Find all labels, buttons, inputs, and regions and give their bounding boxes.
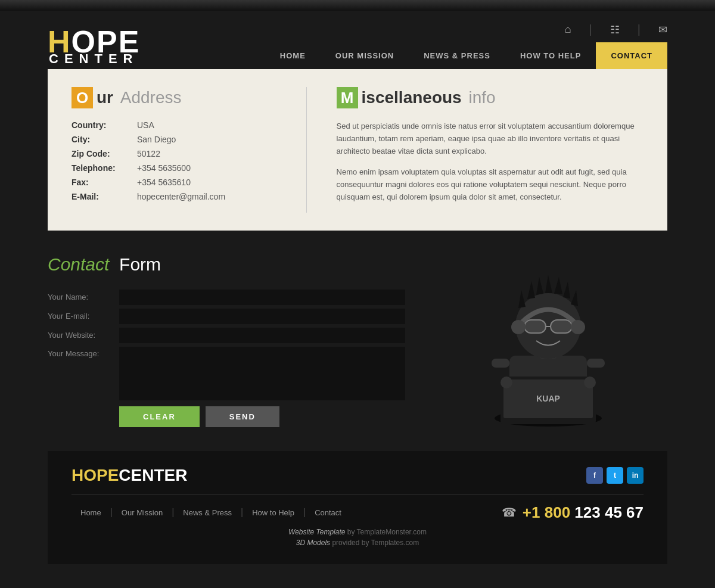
city-value: San Diego bbox=[137, 135, 176, 144]
info-section: O ur Address Country: USA City: San Dieg… bbox=[48, 69, 667, 231]
footer-nav-links: Home | Our Mission | News & Press | How … bbox=[72, 507, 350, 518]
top-bar bbox=[0, 0, 715, 11]
country-value: USA bbox=[137, 120, 154, 130]
address-title-word: ur bbox=[97, 88, 113, 107]
send-button[interactable]: SEND bbox=[206, 406, 279, 427]
footer-nav-contact[interactable]: Contact bbox=[306, 508, 350, 517]
misc-title: M iscellaneous info bbox=[337, 87, 644, 108]
credit1-rest: by TemplateMonster.com bbox=[345, 528, 427, 536]
svg-rect-14 bbox=[524, 320, 546, 333]
footer-phone: ☎ +1 800 123 45 67 bbox=[502, 503, 644, 522]
form-input-name[interactable] bbox=[119, 290, 405, 305]
zip-label: Zip Code: bbox=[72, 149, 137, 158]
footer-nav-help[interactable]: How to Help bbox=[243, 508, 303, 517]
form-row-email: Your E-mail: bbox=[48, 309, 405, 324]
svg-marker-11 bbox=[554, 277, 562, 294]
fax-value: +354 5635610 bbox=[137, 178, 191, 187]
form-row-message: Your Message: bbox=[48, 347, 405, 400]
robot-figure: KUAP bbox=[483, 260, 614, 427]
credit2-rest: provided by Templates.com bbox=[330, 539, 419, 547]
icon-sep-1: | bbox=[589, 23, 592, 36]
fax-label: Fax: bbox=[72, 178, 137, 187]
address-email: E-Mail: hopecenter@gmail.com bbox=[72, 192, 276, 201]
tel-value: +354 5635600 bbox=[137, 163, 191, 173]
footer-logo-hope: HOPE bbox=[72, 466, 119, 484]
email-value[interactable]: hopecenter@gmail.com bbox=[137, 192, 225, 201]
contact-form-section: Contact Form Your Name: Your E-mail: You… bbox=[0, 231, 715, 451]
misc-para-1: Sed ut perspiciatis unde omnis iste natu… bbox=[337, 120, 644, 157]
svg-marker-9 bbox=[536, 277, 543, 295]
country-label: Country: bbox=[72, 120, 137, 130]
footer-top: HOPECENTER f t in bbox=[72, 466, 644, 494]
phone-icon: ☎ bbox=[502, 505, 517, 519]
credit2-highlight: 3D Models bbox=[296, 539, 330, 547]
footer-credit-2: 3D Models provided by Templates.com bbox=[72, 539, 644, 547]
form-title-contact: Contact bbox=[48, 254, 109, 274]
svg-point-19 bbox=[500, 377, 512, 388]
social-twitter[interactable]: t bbox=[607, 467, 623, 484]
address-zip: Zip Code: 50122 bbox=[72, 149, 276, 158]
clear-button[interactable]: CLEAR bbox=[119, 406, 200, 427]
phone-prefix: +1 800 bbox=[523, 503, 570, 521]
cart-icon[interactable]: ☷ bbox=[610, 23, 620, 36]
logo-center: CENTER bbox=[48, 52, 140, 66]
phone-number: +1 800 123 45 67 bbox=[523, 503, 644, 522]
address-fax: Fax: +354 5635610 bbox=[72, 178, 276, 187]
footer-nav-mission[interactable]: Our Mission bbox=[113, 508, 172, 517]
form-input-email[interactable] bbox=[119, 309, 405, 324]
contact-form-right: KUAP bbox=[429, 254, 667, 427]
svg-marker-12 bbox=[563, 282, 570, 298]
site-logo[interactable]: HOPE CENTER bbox=[48, 26, 140, 66]
svg-marker-8 bbox=[527, 281, 535, 299]
nav-contact[interactable]: CONTACT bbox=[596, 42, 667, 69]
social-facebook[interactable]: f bbox=[586, 467, 603, 484]
form-row-name: Your Name: bbox=[48, 290, 405, 305]
form-label-name: Your Name: bbox=[48, 293, 119, 301]
phone-digits: 123 45 67 bbox=[574, 503, 644, 521]
svg-rect-17 bbox=[492, 359, 509, 368]
footer-social: f t in bbox=[586, 467, 644, 484]
form-label-email: Your E-mail: bbox=[48, 312, 119, 321]
svg-rect-18 bbox=[587, 359, 605, 368]
footer-logo[interactable]: HOPECENTER bbox=[72, 466, 187, 485]
svg-text:KUAP: KUAP bbox=[536, 394, 560, 403]
svg-marker-7 bbox=[518, 290, 526, 308]
address-city: City: San Diego bbox=[72, 135, 276, 144]
nav-home[interactable]: HOME bbox=[265, 42, 321, 69]
form-title-form: Form bbox=[119, 254, 161, 274]
svg-point-22 bbox=[571, 320, 585, 334]
footer-nav-news[interactable]: News & Press bbox=[174, 508, 241, 517]
social-linkedin[interactable]: in bbox=[627, 467, 644, 484]
svg-rect-15 bbox=[551, 320, 572, 333]
form-textarea-message[interactable] bbox=[119, 347, 405, 400]
address-title: O ur Address bbox=[72, 87, 276, 108]
nav-howtohelp[interactable]: HOW TO HELP bbox=[505, 42, 596, 69]
tel-label: Telephone: bbox=[72, 163, 137, 173]
email-label: E-Mail: bbox=[72, 192, 137, 201]
form-input-website[interactable] bbox=[119, 328, 405, 343]
address-table: Country: USA City: San Diego Zip Code: 5… bbox=[72, 120, 276, 201]
form-title: Contact Form bbox=[48, 254, 405, 275]
misc-section: M iscellaneous info Sed ut perspiciatis … bbox=[337, 87, 644, 213]
form-label-website: Your Website: bbox=[48, 331, 119, 340]
nav-news[interactable]: NEWS & PRESS bbox=[409, 42, 505, 69]
address-section: O ur Address Country: USA City: San Dieg… bbox=[72, 87, 276, 213]
mail-icon[interactable]: ✉ bbox=[658, 23, 667, 36]
address-title-letter: O bbox=[72, 87, 93, 108]
form-buttons: CLEAR SEND bbox=[119, 406, 405, 427]
credit1-highlight: Website Template bbox=[288, 528, 345, 536]
main-nav: HOME OUR MISSION NEWS & PRESS HOW TO HEL… bbox=[265, 42, 667, 69]
svg-marker-13 bbox=[571, 290, 578, 306]
nav-mission[interactable]: OUR MISSION bbox=[321, 42, 409, 69]
home-icon[interactable]: ⌂ bbox=[565, 23, 571, 36]
address-tel: Telephone: +354 5635600 bbox=[72, 163, 276, 173]
form-row-website: Your Website: bbox=[48, 328, 405, 343]
footer-logo-center: CENTER bbox=[119, 466, 187, 484]
section-divider bbox=[306, 87, 307, 213]
zip-value: 50122 bbox=[137, 149, 160, 158]
misc-para-2: Nemo enim ipsam voluptatem quia voluptas… bbox=[337, 166, 644, 203]
city-label: City: bbox=[72, 135, 137, 144]
address-title-rest: Address bbox=[120, 88, 182, 107]
footer-nav-home[interactable]: Home bbox=[72, 508, 110, 517]
form-label-message: Your Message: bbox=[48, 347, 119, 358]
